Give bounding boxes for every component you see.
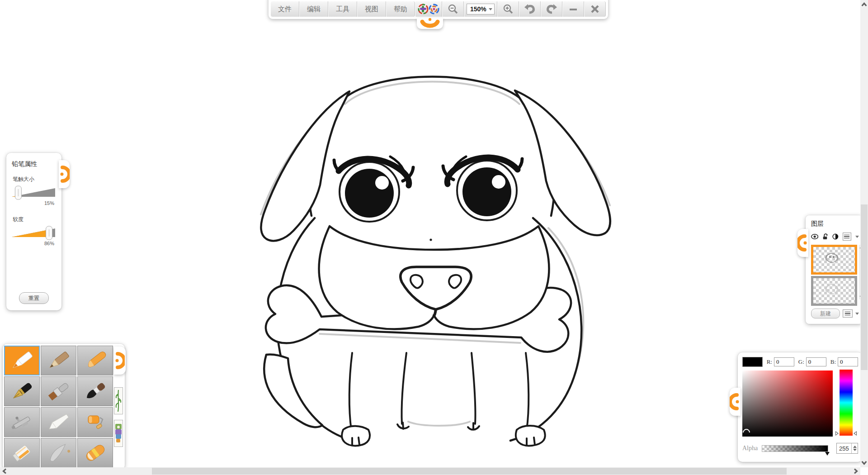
tool-paint-tube[interactable] <box>4 438 40 468</box>
dog-tail <box>264 354 322 427</box>
red-input[interactable]: 0 <box>774 357 794 366</box>
menu-bar: 文件编辑工具视图帮助 <box>271 1 415 17</box>
tool-palette-collapse-handle[interactable] <box>114 347 126 375</box>
menu-item-2[interactable]: 编辑 <box>299 1 328 17</box>
ink-brush-icon <box>83 381 108 401</box>
airbrush-icon <box>9 412 35 432</box>
alpha-slider-marker[interactable] <box>825 452 830 456</box>
menu-item-3[interactable]: 工具 <box>328 1 357 17</box>
softness-slider[interactable] <box>12 225 56 241</box>
alpha-value[interactable]: 255 <box>837 445 851 452</box>
app-logo-icon <box>418 3 439 15</box>
zoom-level-value: 150% <box>470 5 486 13</box>
layer-options-chevron-icon[interactable] <box>855 236 859 238</box>
hue-marker-left-icon[interactable] <box>835 431 839 436</box>
tools-grid <box>4 346 114 468</box>
minimize-button[interactable] <box>562 1 584 17</box>
blue-label: B: <box>830 358 836 366</box>
menu-item-1[interactable]: 文件 <box>271 1 299 17</box>
dog-eyes <box>334 157 522 222</box>
blue-input[interactable]: 0 <box>838 357 858 366</box>
layer-lock-button unlock-icon[interactable] <box>822 233 828 240</box>
spinner-down-icon <box>853 449 857 451</box>
layer-row-layer-2[interactable] <box>811 276 857 306</box>
tool-wooden-pencil[interactable] <box>41 346 76 375</box>
current-color-swatch[interactable] <box>742 357 763 367</box>
tool-fountain-pen[interactable] <box>4 376 40 406</box>
layer-row-layer-1-selected[interactable] <box>811 245 857 275</box>
tool-crayon[interactable] <box>77 346 113 375</box>
scroll-up-icon[interactable] <box>860 1 868 9</box>
crayon-icon <box>83 351 108 370</box>
image-brush-icon <box>114 420 123 446</box>
soft-blender-icon <box>46 443 71 463</box>
crescent-icon <box>797 229 808 257</box>
layer-options-button hamburger-icon[interactable] <box>843 233 851 241</box>
tool-ink-brush[interactable] <box>77 376 113 406</box>
scroll-right-icon[interactable] <box>852 467 859 475</box>
zoom-out-icon <box>448 4 458 14</box>
tool-airbrush[interactable] <box>4 407 40 437</box>
layers-panel-collapse-handle[interactable] <box>797 229 808 257</box>
layer-thumbnail-sketch <box>813 247 850 268</box>
hue-marker-right-icon[interactable] <box>854 431 857 436</box>
paint-tube-icon <box>9 443 35 463</box>
reset-button[interactable]: 重置 <box>19 292 49 304</box>
redo-button[interactable] <box>541 1 562 17</box>
tool-flat-brush[interactable] <box>41 376 76 406</box>
vertical-scrollbar[interactable] <box>860 0 868 467</box>
layers-panel-title: 图层 <box>811 220 859 228</box>
vine-brush-button[interactable] <box>114 387 123 414</box>
color-picker-panel: R: 0 G: 0 B: 0 Alpha 255 <box>738 352 863 462</box>
chevron-down-icon <box>489 8 492 10</box>
layers-menu-chevron-icon[interactable] <box>855 313 859 315</box>
saturation-value-gradient[interactable] <box>742 370 833 437</box>
green-input[interactable]: 0 <box>806 357 826 366</box>
horizontal-scrollbar-thumb[interactable] <box>152 468 787 475</box>
zoom-in-button[interactable] <box>497 1 519 17</box>
tool-paint-roller[interactable] <box>77 407 113 437</box>
fountain-pen-icon <box>9 381 35 401</box>
pencil-panel-collapse-handle[interactable] <box>59 160 70 188</box>
wooden-pencil-icon <box>46 351 71 370</box>
toolbar-collapse-tab[interactable] <box>417 18 443 29</box>
brush-size-slider[interactable] <box>12 185 56 200</box>
sv-selection-marker[interactable] <box>741 428 752 438</box>
menu-item-5[interactable]: 帮助 <box>386 1 415 17</box>
softness-value: 86% <box>12 241 54 246</box>
layer-blend-button contrast-icon[interactable] <box>832 233 839 240</box>
hue-strip[interactable] <box>840 370 853 436</box>
spinner-up-icon <box>853 446 857 448</box>
layers-menu-button hamburger-icon[interactable] <box>843 309 853 318</box>
scroll-left-icon[interactable] <box>1 467 9 475</box>
layer-thumbnail-sketch <box>813 278 850 299</box>
menu-item-4[interactable]: 视图 <box>357 1 386 17</box>
image-brush-button[interactable] <box>114 420 123 447</box>
tool-blending-stump[interactable] <box>41 407 76 437</box>
minimize-icon <box>568 4 578 14</box>
tool-soft-blender[interactable] <box>41 438 76 468</box>
undo-button[interactable] <box>519 1 541 17</box>
new-layer-button[interactable]: 新建 <box>811 309 840 318</box>
layers-list <box>811 245 858 306</box>
alpha-spinner[interactable] <box>851 443 858 453</box>
crescent-icon <box>59 160 70 188</box>
tool-palette-side-strip <box>113 344 124 470</box>
smile-icon <box>417 18 443 29</box>
flat-brush-icon <box>46 381 71 401</box>
green-label: G: <box>798 358 804 366</box>
zoom-level-dropdown[interactable]: 150% <box>467 4 495 14</box>
horizontal-scrollbar[interactable] <box>0 467 860 475</box>
app-logo-button[interactable] <box>415 1 442 17</box>
alpha-stepper: 255 <box>836 443 858 454</box>
zoom-in-icon <box>503 4 514 14</box>
vine-brush-icon <box>114 388 123 414</box>
scroll-down-icon[interactable] <box>860 459 868 466</box>
layer-visibility-button eye-icon[interactable] <box>811 233 818 240</box>
vertical-scrollbar-thumb[interactable] <box>861 204 868 370</box>
alpha-slider[interactable] <box>762 445 828 452</box>
tool-eraser[interactable] <box>77 438 113 468</box>
close-button[interactable] <box>584 1 606 17</box>
tool-pencil-selected[interactable] <box>4 346 40 375</box>
zoom-out-button[interactable] <box>442 1 464 17</box>
